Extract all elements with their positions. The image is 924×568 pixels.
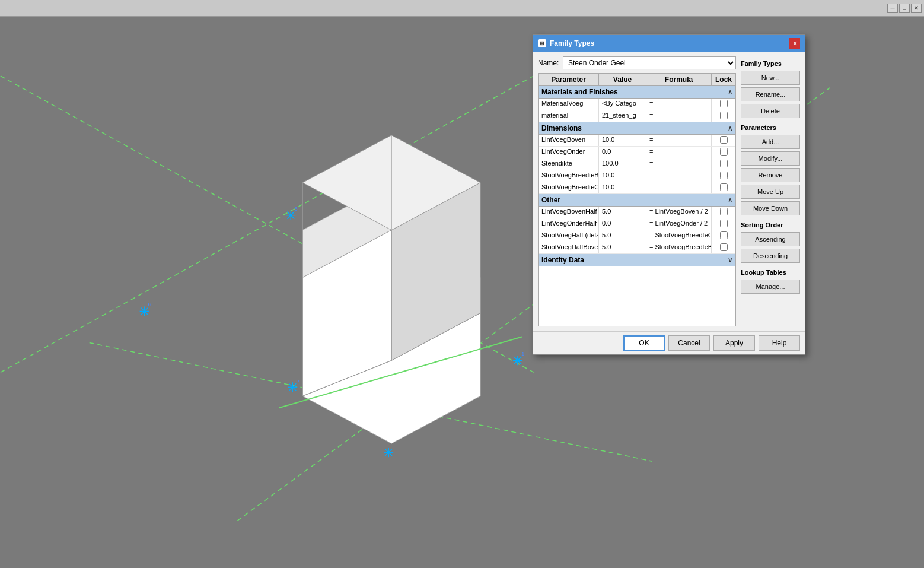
move-up-btn[interactable]: Move Up [741,185,800,199]
section-other: Other ∧ [539,194,735,207]
section-identity: Identity Data ∨ [539,254,735,266]
dialog-body: Name: Steen Onder Geel Parameter Value F… [533,52,805,331]
svg-line-13 [391,313,480,360]
svg-marker-5 [302,183,480,278]
ok-btn[interactable]: OK [623,335,665,351]
dialog-right-panel: Family Types New... Rename... Delete Par… [741,56,800,326]
lock-stootvbo[interactable] [720,172,728,179]
minimize-btn[interactable]: ─ [887,4,898,13]
svg-line-31 [514,357,521,364]
lock-stootvhalf[interactable] [720,231,728,239]
sorting-label: Sorting Order [741,221,800,229]
svg-line-0 [1,76,534,372]
svg-line-37 [141,307,148,315]
dialog-left-panel: Name: Steen Onder Geel Parameter Value F… [538,56,736,326]
svg-line-1 [1,76,534,372]
node-bottom-left: 5 [288,377,299,392]
remove-btn[interactable]: Remove [741,168,800,182]
svg-marker-6 [302,230,391,396]
collapse-dimensions[interactable]: ∧ [728,125,732,132]
name-select[interactable]: Steen Onder Geel [563,56,736,69]
ascending-btn[interactable]: Ascending [741,232,800,246]
row-stootvhalfboven[interactable]: StootVoegHalfBoven 5.0 = StootVoegBreedt… [539,242,735,254]
dialog-close-btn[interactable]: ✕ [789,38,800,49]
col-lock: Lock [712,74,735,85]
svg-text:6: 6 [148,301,152,307]
row-materiaalvoeg[interactable]: MateriaalVoeg <By Catego = [539,99,735,110]
row-materiaal[interactable]: materiaal 21_steen_g = [539,110,735,122]
move-down-btn[interactable]: Move Down [741,201,800,215]
add-btn[interactable]: Add... [741,135,800,149]
node-bottom-right: 1 [513,350,525,365]
row-lintvbovenhalf[interactable]: LintVoegBovenHalf 5.0 = LintVoegBoven / … [539,207,735,218]
row-lintvboven[interactable]: LintVoegBoven 10.0 = [539,135,735,147]
name-label: Name: [538,59,559,67]
svg-line-17 [287,212,294,219]
svg-marker-7 [391,183,480,361]
lock-stootvon[interactable] [720,183,728,191]
restore-btn[interactable]: □ [899,4,910,13]
svg-marker-8 [302,135,480,230]
svg-line-14 [279,337,522,408]
col-value: Value [599,74,646,85]
svg-text:5: 5 [296,377,299,383]
parameters-label: Parameters [741,124,800,131]
dialog-icon: ⊞ [538,39,546,47]
collapse-identity[interactable]: ∨ [728,256,732,264]
identity-empty-area [539,266,735,326]
row-stootvbo[interactable]: StootVoegBreedteBo 10.0 = [539,170,735,182]
svg-line-32 [514,357,521,364]
family-types-dialog: ⊞ Family Types ✕ Name: Steen Onder Geel … [533,34,805,355]
lock-lintvbovenhalf[interactable] [720,208,728,215]
lookup-label: Lookup Tables [741,269,800,276]
svg-text:1: 1 [521,350,525,357]
dialog-title: Family Types [550,39,594,47]
svg-line-22 [289,383,296,391]
section-materials: Materials and Finishes ∧ [539,86,735,99]
section-dimensions: Dimensions ∧ [539,122,735,135]
close-btn[interactable]: ✕ [911,4,922,13]
table-header: Parameter Value Formula Lock [539,74,735,86]
lock-materiaal[interactable] [720,112,728,119]
svg-line-36 [141,307,148,315]
manage-btn[interactable]: Manage... [741,280,800,294]
row-steendikte[interactable]: Steendikte 100.0 = [539,158,735,170]
dialog-footer: OK Cancel Apply Help [533,331,805,354]
lock-stootvhalfboven[interactable] [720,243,728,251]
name-row: Name: Steen Onder Geel [538,56,736,69]
col-formula: Formula [646,74,712,85]
collapse-other[interactable]: ∧ [728,196,732,204]
collapse-materials[interactable]: ∧ [728,88,732,96]
svg-marker-4 [302,230,480,444]
new-btn[interactable]: New... [741,71,800,85]
lock-materiaalvoeg[interactable] [720,100,728,107]
lock-steendikte[interactable] [720,160,728,167]
lock-lintvboven[interactable] [720,136,728,144]
cancel-btn[interactable]: Cancel [668,335,710,351]
modify-btn[interactable]: Modify... [741,151,800,166]
row-lintvonder[interactable]: LintVoegOnder 0.0 = [539,147,735,158]
svg-line-3 [90,342,652,461]
svg-line-12 [302,360,391,396]
rename-btn[interactable]: Rename... [741,87,800,101]
descending-btn[interactable]: Descending [741,249,800,263]
dialog-titlebar: ⊞ Family Types ✕ [533,35,805,52]
lock-lintvonderhalf[interactable] [720,220,728,227]
row-lintvonderhalf[interactable]: LintVoegOnderHalf 0.0 = LintVoegOnder / … [539,218,735,230]
row-stootvhalf[interactable]: StootVoegHalf (defa 5.0 = StootVoegBreed… [539,230,735,242]
node-left: 6 [140,301,152,316]
svg-line-27 [385,449,392,456]
row-stootvon[interactable]: StootVoegBreedteOn 10.0 = [539,182,735,194]
help-btn[interactable]: Help [759,335,800,351]
params-table: Parameter Value Formula Lock Materials a… [538,73,736,326]
delete-btn[interactable]: Delete [741,104,800,118]
apply-btn[interactable]: Apply [713,335,755,351]
family-types-label: Family Types [741,60,800,67]
svg-text:5: 5 [294,205,298,212]
titlebar-left: ⊞ Family Types [538,39,594,47]
svg-line-28 [385,449,392,456]
lock-lintvonder[interactable] [720,148,728,156]
node-top: 5 [286,205,298,220]
node-bottom-center [384,448,393,457]
svg-line-18 [287,212,294,219]
